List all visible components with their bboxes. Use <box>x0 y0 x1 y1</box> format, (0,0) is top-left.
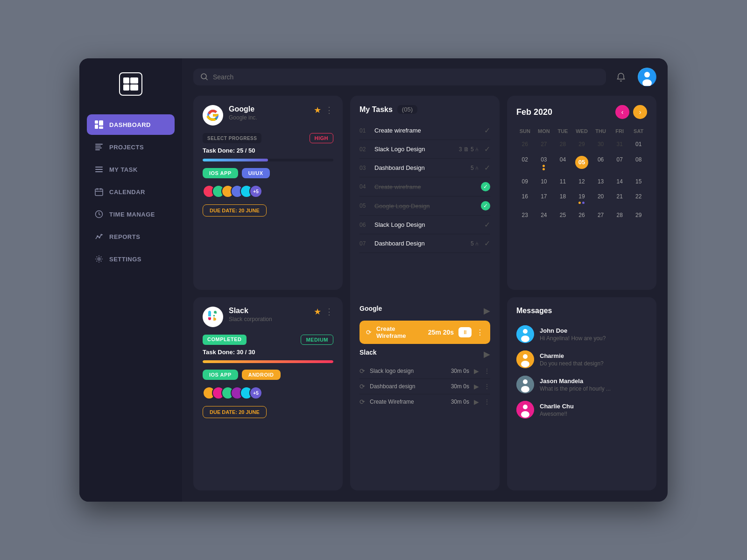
google-more-button[interactable]: ⋮ <box>325 105 333 115</box>
cal-day[interactable]: 26 <box>573 209 591 222</box>
cal-day[interactable]: 13 <box>592 175 609 189</box>
my-task-icon <box>94 165 104 174</box>
task-check-1[interactable]: ✓ <box>484 126 490 135</box>
sidebar-item-projects[interactable]: PROJECTS <box>87 137 175 157</box>
cal-header-fri: FRI <box>611 126 628 136</box>
svg-point-29 <box>523 329 528 334</box>
cal-day[interactable]: 30 <box>592 138 609 151</box>
sidebar-item-reports[interactable]: REPORTS <box>87 226 175 247</box>
message-item-john[interactable]: John Doe Hi Angelina! How are you? <box>516 322 647 347</box>
svg-point-21 <box>99 237 100 238</box>
calendar-prev-button[interactable]: ‹ <box>615 105 629 119</box>
task-check-2[interactable]: ✓ <box>484 145 490 154</box>
dashboard-grid: Google Google inc. ★ ⋮ SELECT PROGRESS H… <box>182 96 668 502</box>
cal-day[interactable]: 06 <box>592 153 609 173</box>
slack-completed-badge: COMPLETED <box>203 335 247 345</box>
cal-day[interactable]: 27 <box>536 138 553 151</box>
cal-day[interactable]: 29 <box>630 209 647 222</box>
notification-button[interactable] <box>612 68 630 86</box>
cal-day[interactable]: 01 <box>630 138 647 151</box>
msg-text-john: Hi Angelina! How are you? <box>540 335 647 342</box>
google-tag-row: IOS APP UI/UX <box>203 168 333 178</box>
timer-sub-row-1: ⟳ Slack logo design 30m 0s ▶ ⋮ <box>359 364 490 379</box>
cal-day[interactable]: 09 <box>516 175 534 189</box>
msg-avatar-jason <box>516 376 534 393</box>
cal-day[interactable]: 26 <box>516 138 534 151</box>
task-check-7[interactable]: ✓ <box>484 239 490 248</box>
cal-day[interactable]: 12 <box>573 175 591 189</box>
cal-day[interactable]: 21 <box>611 190 628 207</box>
cal-day[interactable]: 14 <box>611 175 628 189</box>
google-star-button[interactable]: ★ <box>314 105 321 115</box>
timer-active-more[interactable]: ⋮ <box>476 328 484 337</box>
svg-rect-11 <box>95 149 100 150</box>
task-check-3[interactable]: ✓ <box>484 163 490 172</box>
cal-day[interactable]: 17 <box>536 190 553 207</box>
sidebar-item-settings[interactable]: SETTINGS <box>87 249 175 269</box>
cal-day[interactable]: 25 <box>554 209 571 222</box>
cal-day[interactable]: 19 <box>573 190 591 207</box>
google-logo <box>203 105 223 126</box>
google-task-done: Task Done: 25 / 50 <box>203 147 333 154</box>
cal-day[interactable]: 08 <box>630 153 647 173</box>
task-check-5[interactable]: ✓ <box>481 201 490 210</box>
search-input[interactable] <box>213 73 599 81</box>
sidebar-item-my-task[interactable]: MY TASK <box>87 159 175 180</box>
cal-day[interactable]: 04 <box>554 153 571 173</box>
timer-sub-play-2[interactable]: ▶ <box>474 383 479 390</box>
search-bar[interactable] <box>193 69 606 85</box>
select-progress-button[interactable]: SELECT PROGRESS <box>203 133 261 143</box>
cal-day[interactable]: 24 <box>536 209 553 222</box>
cal-day[interactable]: 27 <box>592 209 609 222</box>
sidebar-item-dashboard[interactable]: DASHBOARD <box>87 114 175 135</box>
google-project-info: Google Google inc. <box>229 105 314 121</box>
message-item-jason[interactable]: Jason Mandela What is the price of hourl… <box>516 372 647 397</box>
timer-sub-play-1[interactable]: ▶ <box>474 367 479 375</box>
timer-sub-play-3[interactable]: ▶ <box>474 398 479 406</box>
cal-day[interactable]: 15 <box>630 175 647 189</box>
cal-day[interactable]: 16 <box>516 190 534 207</box>
cal-day[interactable]: 07 <box>611 153 628 173</box>
message-item-charmie[interactable]: Charmie Do you need that design? <box>516 347 647 372</box>
message-item-charlie[interactable]: Charlie Chu Awesome!! <box>516 397 647 422</box>
cal-day[interactable]: 10 <box>536 175 553 189</box>
user-avatar[interactable] <box>638 68 656 86</box>
cal-day[interactable]: 22 <box>630 190 647 207</box>
sidebar-item-calendar[interactable]: CALENDAR <box>87 182 175 202</box>
timer-active-icon: ⟳ <box>366 329 372 336</box>
cal-day[interactable]: 31 <box>611 138 628 151</box>
google-tag-ios: IOS APP <box>203 168 238 178</box>
header <box>182 58 668 96</box>
cal-day[interactable]: 20 <box>592 190 609 207</box>
timer-slack-play[interactable]: ▶ <box>484 349 490 359</box>
cal-day[interactable]: 28 <box>611 209 628 222</box>
timer-sub-more-2[interactable]: ⋮ <box>484 383 490 390</box>
cal-day[interactable]: 23 <box>516 209 534 222</box>
cal-day[interactable]: 03 <box>536 153 553 173</box>
cal-day[interactable]: 02 <box>516 153 534 173</box>
timer-google-play[interactable]: ▶ <box>484 306 490 316</box>
timer-sub-icon-3: ⟳ <box>359 398 365 406</box>
task-check-4[interactable]: ✓ <box>481 182 490 191</box>
slack-more-button[interactable]: ⋮ <box>325 307 333 317</box>
task-check-6[interactable]: ✓ <box>484 220 490 229</box>
slack-progress-bar-bg <box>203 360 333 363</box>
calendar-next-button[interactable]: › <box>633 105 647 119</box>
timer-card: Google ▶ ⟳ Create Wireframe 25m 20s ⏸ ⋮ … <box>350 297 500 490</box>
reports-icon <box>94 232 104 241</box>
cal-day[interactable]: 18 <box>554 190 571 207</box>
cal-day[interactable]: 11 <box>554 175 571 189</box>
google-project-name: Google <box>229 105 314 113</box>
slack-star-button[interactable]: ★ <box>314 307 321 317</box>
msg-text-charlie: Awesome!! <box>540 411 647 417</box>
cal-day[interactable]: 29 <box>573 138 591 151</box>
sidebar-item-label-my-task: MY TASK <box>109 166 138 173</box>
timer-pause-button[interactable]: ⏸ <box>458 327 472 337</box>
timer-sub-more-3[interactable]: ⋮ <box>484 398 490 406</box>
cal-day[interactable]: 28 <box>554 138 571 151</box>
svg-rect-15 <box>95 189 103 196</box>
timer-sub-more-1[interactable]: ⋮ <box>484 367 490 375</box>
sidebar-item-time-manage[interactable]: TIME MANAGE <box>87 204 175 224</box>
cal-day-today[interactable]: 05 <box>573 153 591 173</box>
task-row: 07 Dashboard Design 5 ⑃ ✓ <box>359 234 490 253</box>
